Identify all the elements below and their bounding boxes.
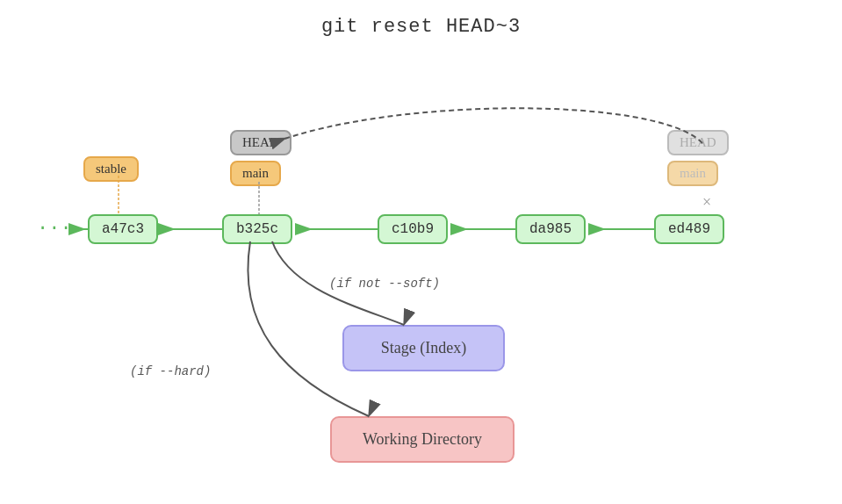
tag-head-faded: HEAD <box>667 130 729 155</box>
title: git reset HEAD~3 <box>0 0 842 38</box>
dots: ··· <box>37 218 72 240</box>
commit-b325c: b325c <box>222 214 292 244</box>
annotation-hard: (if --hard) <box>130 364 211 378</box>
cross-symbol: × <box>702 193 711 212</box>
working-directory-box: Working Directory <box>330 416 515 463</box>
commit-ed489: ed489 <box>654 214 724 244</box>
commit-c10b9: c10b9 <box>378 214 448 244</box>
commit-da985: da985 <box>515 214 586 244</box>
tag-stable: stable <box>83 156 139 182</box>
stage-index-box: Stage (Index) <box>342 325 505 371</box>
tag-main-active: main <box>230 161 281 186</box>
tag-main-faded: main <box>667 161 718 186</box>
annotation-soft: (if not --soft) <box>329 277 440 291</box>
commit-a47c3: a47c3 <box>88 214 158 244</box>
diagram: git reset HEAD~3 ··· a47c3 b325c c10b9 d… <box>0 0 842 504</box>
tag-head-active: HEAD <box>230 130 291 155</box>
